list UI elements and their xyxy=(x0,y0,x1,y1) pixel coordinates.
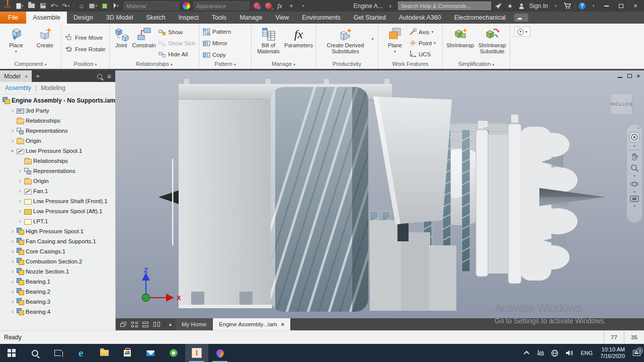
file-explorer-button[interactable] xyxy=(93,344,116,362)
save-button[interactable] xyxy=(39,2,47,10)
tab-close-icon[interactable]: × xyxy=(281,321,285,327)
mode-modeling-link[interactable]: Modeling xyxy=(41,84,65,92)
chevron-right-icon[interactable]: › xyxy=(10,279,15,284)
browser-menu-icon[interactable]: ≡ xyxy=(107,72,111,80)
axis-button[interactable]: Axis▾ xyxy=(408,27,437,37)
navbar-caret[interactable]: ▾ xyxy=(633,174,635,177)
volume-icon[interactable] xyxy=(562,344,577,362)
app-button[interactable] xyxy=(162,344,185,362)
show-button[interactable]: Show xyxy=(157,27,197,37)
undo-button[interactable]: ↶▾ xyxy=(50,2,58,10)
task-view-button[interactable] xyxy=(46,344,69,362)
3d-viewport[interactable]: × BOTTOM × ▾ ▾ ▾ ▾ Z X Activate Windows … xyxy=(116,70,644,318)
chevron-right-icon[interactable]: › xyxy=(10,309,15,314)
tab-design[interactable]: Design xyxy=(67,12,100,24)
chevron-expanded-icon[interactable]: › xyxy=(10,148,15,153)
browser-search-icon[interactable] xyxy=(97,74,102,79)
chevron-right-icon[interactable]: › xyxy=(10,289,15,294)
clear-appearance-button[interactable] xyxy=(264,2,272,10)
hidden-icons-button[interactable] xyxy=(522,344,533,362)
group-label-manage[interactable]: Manage ▾ xyxy=(252,61,315,69)
tree-item-origin[interactable]: › Origin xyxy=(0,176,115,186)
tab-engine-assembly[interactable]: Engine Assembly...iam × xyxy=(213,318,291,330)
chevron-right-icon[interactable]: › xyxy=(10,269,15,274)
chevron-right-icon[interactable]: › xyxy=(18,189,23,194)
tree-item-root[interactable]: Engine Assembly - No Supports.iam xyxy=(0,96,115,106)
chevron-right-icon[interactable]: › xyxy=(18,178,23,184)
group-label-component[interactable]: Component ▾ xyxy=(0,61,61,69)
mirror-button[interactable]: Mirror xyxy=(201,39,229,48)
chevron-right-icon[interactable]: › xyxy=(10,249,15,254)
adjust-appearance-button[interactable] xyxy=(253,2,261,10)
doc-minimize-button[interactable] xyxy=(618,77,622,78)
tab-my-home[interactable]: My Home xyxy=(176,318,213,330)
mail-button[interactable] xyxy=(139,344,162,362)
navbar-caret[interactable]: ▾ xyxy=(633,191,635,194)
tab-manage[interactable]: Manage xyxy=(233,12,269,24)
edge-button[interactable]: e xyxy=(69,344,93,362)
qat-customize-button[interactable]: ▾ xyxy=(299,2,307,10)
hide-all-button[interactable]: Hide All xyxy=(157,49,197,59)
help-caret[interactable]: ▾ xyxy=(589,2,597,10)
cloud-status-button[interactable]: ☁▾ xyxy=(514,14,528,22)
tree-item-representations[interactable]: › Representations xyxy=(0,126,115,136)
view-cube[interactable]: BOTTOM xyxy=(610,94,632,115)
parameters-button[interactable]: fx Parameters xyxy=(284,26,313,48)
tree-item-low-pressure-spool[interactable]: › Low Pressure Spool.1 xyxy=(0,146,115,156)
tab-tools[interactable]: Tools xyxy=(205,12,233,24)
tree-item-relationships[interactable]: Relationships xyxy=(0,116,115,126)
appearance-dropdown[interactable]: Appearance▾ xyxy=(194,2,249,10)
color-wheel-icon[interactable] xyxy=(183,2,190,10)
tree-item-lp-shaft-front[interactable]: › Low Pressure Shaft (Front).1 xyxy=(0,196,115,206)
place-button[interactable]: Place ▾ xyxy=(2,26,30,55)
group-label-pattern[interactable]: Pattern ▾ xyxy=(199,61,251,69)
constrain-button[interactable]: Constrain xyxy=(132,26,156,48)
redo-button[interactable]: ↷▾ xyxy=(62,2,70,10)
tree-item-origin[interactable]: › Origin xyxy=(0,136,115,146)
chevron-right-icon[interactable]: › xyxy=(10,138,15,143)
navbar-caret[interactable]: ▾ xyxy=(633,145,635,148)
help-button[interactable]: ? xyxy=(579,3,586,10)
tile-windows-icon[interactable] xyxy=(131,322,138,327)
tab-inspect[interactable]: Inspect xyxy=(172,12,205,24)
group-label-work-features[interactable]: Work Features xyxy=(378,61,442,69)
chevron-right-icon[interactable]: › xyxy=(10,108,15,113)
engine-model[interactable] xyxy=(116,70,644,318)
cascade-windows-icon[interactable] xyxy=(120,322,127,327)
chevron-right-icon[interactable]: › xyxy=(10,299,15,304)
tree-item-fan[interactable]: › Fan.1 xyxy=(0,186,115,196)
chevron-right-icon[interactable]: › xyxy=(10,229,15,234)
network-globe-icon[interactable] xyxy=(547,344,562,362)
material-dropdown[interactable]: Material▾ xyxy=(124,2,179,10)
browser-tab-close-icon[interactable]: × xyxy=(25,73,28,79)
taskbar-search-button[interactable] xyxy=(23,344,46,362)
microsoft-store-button[interactable] xyxy=(116,344,139,362)
copy-button[interactable]: Copy xyxy=(201,50,227,60)
look-at-icon[interactable] xyxy=(630,196,639,203)
tab-electromechanical[interactable]: Electromechanical xyxy=(448,12,512,24)
doc-close-button[interactable]: × xyxy=(637,73,640,79)
tab-environments[interactable]: Environments xyxy=(295,12,347,24)
doc-restore-button[interactable] xyxy=(627,74,632,78)
chevron-right-icon[interactable]: › xyxy=(10,128,15,133)
help-search-input[interactable] xyxy=(398,2,491,10)
tree-item-combustion-section[interactable]: › Combustion Section.2 xyxy=(0,256,115,266)
taskbar-clock[interactable]: 10:10 AM 7/16/2020 xyxy=(596,346,629,359)
create-button[interactable]: Create xyxy=(31,26,59,48)
group-label-simplification[interactable]: Simplification ▾ xyxy=(443,61,510,69)
point-button[interactable]: Point▾ xyxy=(408,38,437,48)
group-label-productivity[interactable]: Productivity xyxy=(316,61,378,69)
store-cart-icon[interactable] xyxy=(563,2,571,10)
tree-item-high-pressure-spool[interactable]: › High Pressure Spool.1 xyxy=(0,226,115,236)
pan-hand-icon[interactable] xyxy=(630,152,639,161)
tree-item-lpt[interactable]: › LPT.1 xyxy=(0,216,115,226)
tile-vertical-icon[interactable] xyxy=(153,322,160,327)
tree-item-nozzle-section[interactable]: › Nozzle Section.1 xyxy=(0,266,115,277)
tree-item-3rd-party[interactable]: › 3rd Party xyxy=(0,106,115,116)
title-expand-icon[interactable]: › xyxy=(386,2,394,10)
paint3d-taskbar-button[interactable] xyxy=(208,344,231,362)
start-button[interactable] xyxy=(0,344,23,362)
tab-get-started[interactable]: Get Started xyxy=(347,12,392,24)
send-feedback-icon[interactable] xyxy=(495,2,503,10)
pattern-button[interactable]: Pattern xyxy=(201,27,232,37)
